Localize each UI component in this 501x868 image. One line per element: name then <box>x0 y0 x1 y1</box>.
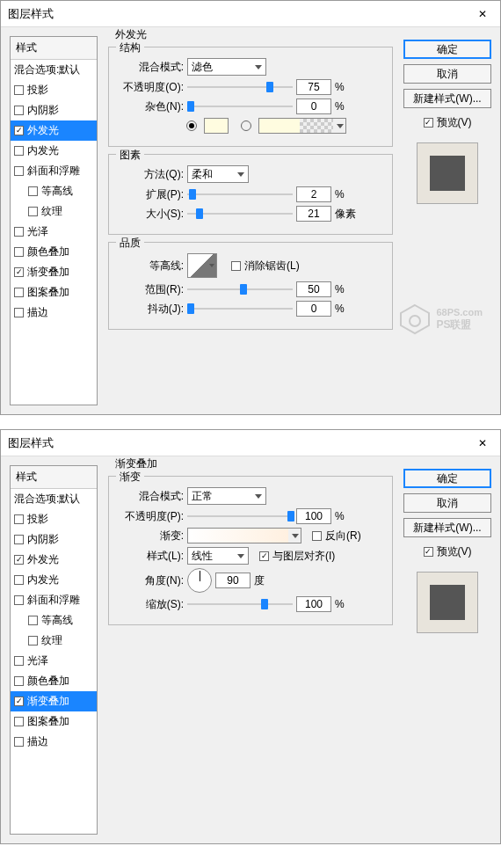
gradient-radio[interactable] <box>241 120 251 131</box>
jitter-input[interactable]: 0 <box>296 301 331 317</box>
checkbox[interactable] <box>14 106 24 115</box>
sidebar-item-outer-glow[interactable]: 外发光 <box>11 550 97 570</box>
spread-slider[interactable] <box>187 188 293 201</box>
align-checkbox[interactable] <box>259 551 269 561</box>
method-label: 方法(Q): <box>118 167 184 182</box>
blend-options-default[interactable]: 混合选项:默认 <box>11 60 97 80</box>
angle-dial[interactable] <box>187 568 212 593</box>
checkbox[interactable] <box>14 308 24 317</box>
opacity-slider[interactable] <box>187 510 293 522</box>
jitter-label: 抖动(J): <box>118 302 184 317</box>
cancel-button[interactable]: 取消 <box>403 64 491 84</box>
checkbox[interactable] <box>14 514 24 524</box>
reverse-checkbox[interactable] <box>312 531 322 541</box>
close-button[interactable]: ✕ <box>465 430 500 456</box>
noise-input[interactable]: 0 <box>296 98 331 114</box>
antialias-checkbox[interactable] <box>231 261 241 271</box>
blend-mode-select[interactable]: 滤色 <box>187 58 266 76</box>
checkbox[interactable] <box>14 737 24 747</box>
opacity-input[interactable]: 100 <box>296 508 331 524</box>
sidebar-item-color-overlay[interactable]: 颜色叠加 <box>11 671 97 691</box>
sidebar-item-texture[interactable]: 纹理 <box>11 201 97 222</box>
checkbox[interactable] <box>14 656 24 666</box>
checkbox[interactable] <box>14 166 24 176</box>
blend-mode-select[interactable]: 正常 <box>187 487 266 505</box>
color-radio[interactable] <box>186 120 197 131</box>
checkbox[interactable] <box>14 227 24 237</box>
gradient-picker[interactable] <box>187 528 301 543</box>
layer-style-dialog-outer-glow: 图层样式 ✕ 样式 混合选项:默认 投影 内阴影 外发光 内发光 斜面和浮雕 等… <box>0 0 501 415</box>
scale-input[interactable]: 100 <box>296 596 331 612</box>
checkbox[interactable] <box>14 676 24 686</box>
preview-checkbox[interactable] <box>424 118 433 128</box>
sidebar-item-stroke[interactable]: 描边 <box>11 732 97 752</box>
sidebar-item-gradient-overlay[interactable]: 渐变叠加 <box>11 691 97 711</box>
sidebar-item-satin[interactable]: 光泽 <box>11 222 97 242</box>
sidebar-item-gradient-overlay[interactable]: 渐变叠加 <box>11 262 97 282</box>
size-input[interactable]: 21 <box>296 206 331 222</box>
checkbox[interactable] <box>28 207 38 216</box>
jitter-slider[interactable] <box>187 303 293 315</box>
method-select[interactable]: 柔和 <box>187 165 249 183</box>
sidebar-item-drop-shadow[interactable]: 投影 <box>11 80 97 100</box>
range-input[interactable]: 50 <box>296 281 331 297</box>
opacity-slider[interactable] <box>187 81 293 93</box>
checkbox[interactable] <box>14 146 24 156</box>
checkbox[interactable] <box>28 616 38 625</box>
noise-slider[interactable] <box>187 100 293 113</box>
scale-slider[interactable] <box>187 598 293 610</box>
sidebar-item-bevel[interactable]: 斜面和浮雕 <box>11 161 97 181</box>
spread-input[interactable]: 2 <box>296 186 331 202</box>
sidebar-item-inner-shadow[interactable]: 内阴影 <box>11 100 97 120</box>
contour-label: 等高线: <box>118 259 184 274</box>
opacity-input[interactable]: 75 <box>296 79 331 95</box>
checkbox[interactable] <box>14 267 24 277</box>
glow-gradient-picker[interactable] <box>258 118 346 134</box>
sidebar-item-inner-glow[interactable]: 内发光 <box>11 570 97 590</box>
cancel-button[interactable]: 取消 <box>403 493 491 513</box>
sidebar-item-inner-shadow[interactable]: 内阴影 <box>11 529 97 550</box>
checkbox[interactable] <box>14 126 24 135</box>
checkbox[interactable] <box>28 186 38 196</box>
preview-checkbox[interactable] <box>424 547 433 557</box>
range-label: 范围(R): <box>118 282 184 297</box>
dialog-title: 图层样式 <box>8 6 465 22</box>
checkbox[interactable] <box>14 575 24 585</box>
angle-input[interactable]: 90 <box>215 573 250 588</box>
style-select[interactable]: 线性 <box>187 547 249 565</box>
sidebar-item-contour[interactable]: 等高线 <box>11 610 97 631</box>
checkbox[interactable] <box>14 85 24 95</box>
antialias-label: 消除锯齿(L) <box>244 259 300 274</box>
checkbox[interactable] <box>14 288 24 297</box>
sidebar-item-inner-glow[interactable]: 内发光 <box>11 141 97 161</box>
checkbox[interactable] <box>14 697 24 706</box>
sidebar-item-contour[interactable]: 等高线 <box>11 181 97 201</box>
structure-title: 结构 <box>116 40 144 55</box>
checkbox[interactable] <box>14 535 24 544</box>
sidebar-item-stroke[interactable]: 描边 <box>11 303 97 323</box>
close-button[interactable]: ✕ <box>465 1 500 27</box>
sidebar-item-drop-shadow[interactable]: 投影 <box>11 509 97 529</box>
glow-color-swatch[interactable] <box>204 118 229 134</box>
range-slider[interactable] <box>187 283 293 295</box>
checkbox[interactable] <box>14 247 24 257</box>
size-slider[interactable] <box>187 208 293 220</box>
checkbox[interactable] <box>14 717 24 726</box>
sidebar-item-color-overlay[interactable]: 颜色叠加 <box>11 242 97 262</box>
new-style-button[interactable]: 新建样式(W)... <box>403 89 491 108</box>
checkbox[interactable] <box>28 636 38 646</box>
ok-button[interactable]: 确定 <box>403 469 491 488</box>
sidebar-item-bevel[interactable]: 斜面和浮雕 <box>11 590 97 610</box>
sidebar-item-satin[interactable]: 光泽 <box>11 651 97 671</box>
checkbox[interactable] <box>14 595 24 605</box>
sidebar-item-pattern-overlay[interactable]: 图案叠加 <box>11 711 97 732</box>
checkbox[interactable] <box>14 555 24 565</box>
ok-button[interactable]: 确定 <box>403 40 491 59</box>
sidebar-item-texture[interactable]: 纹理 <box>11 631 97 651</box>
new-style-button[interactable]: 新建样式(W)... <box>403 518 491 537</box>
preview-swatch <box>417 572 478 633</box>
sidebar-item-outer-glow[interactable]: 外发光 <box>11 120 97 141</box>
sidebar-item-pattern-overlay[interactable]: 图案叠加 <box>11 282 97 303</box>
blend-options-default[interactable]: 混合选项:默认 <box>11 489 97 509</box>
contour-picker[interactable] <box>187 253 217 278</box>
